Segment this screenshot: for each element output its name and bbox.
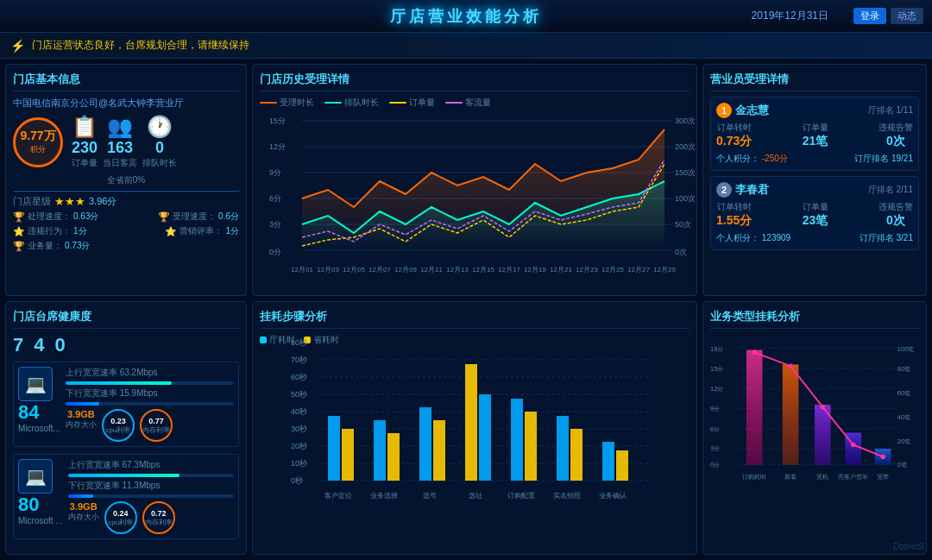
kpi-row-1: 🏆 处理速度： 0.63分 🏆 受理速度： 0.6分 — [13, 211, 239, 223]
staff-2-metric2: 订单量 23笔 — [803, 201, 828, 229]
metric-queue: 🕐 0 排队时长 — [142, 115, 177, 169]
svg-text:15分: 15分 — [710, 365, 723, 373]
device-2-up-label: 上行宽宽速率 67.3Mbps — [68, 459, 161, 471]
device-2-down-bar — [68, 494, 93, 498]
device-1-down-bar-wrap — [66, 402, 234, 406]
svg-point-100 — [880, 455, 885, 460]
kpi1-label: 处理速度： — [28, 211, 71, 223]
staff-2-m2-label: 订单量 — [803, 201, 828, 213]
svg-text:20秒: 20秒 — [291, 442, 307, 450]
staff-1-order-rank: 订厅排名 19/21 — [854, 153, 913, 165]
svg-text:60笔: 60笔 — [897, 389, 910, 397]
staff-2-metric1: 订单转时 1.55分 — [716, 201, 752, 229]
device-2-up-row: 上行宽宽速率 67.3Mbps — [68, 459, 234, 471]
line-chart-title: 门店历史受理详情 — [260, 72, 690, 91]
kpi3-label: 违规行为： — [28, 225, 71, 237]
line-chart-panel: 门店历史受理详情 受理时长 排队时长 订单量 客流量 — [252, 64, 697, 296]
staff-1-header: 1 金志慧 厅排名 1/11 — [716, 103, 913, 118]
metric-queue-value: 0 — [142, 139, 177, 157]
svg-text:实名拍照: 实名拍照 — [553, 492, 581, 500]
device-2-cpu-lbl: cpu利率 — [108, 518, 133, 527]
svg-text:选号: 选号 — [423, 492, 437, 500]
device-2-mem-label: 内存大小 — [68, 512, 99, 523]
svg-text:18分: 18分 — [710, 345, 723, 353]
svg-text:0笔: 0笔 — [897, 462, 907, 469]
staff-card-1: 1 金志慧 厅排名 1/11 订单转时 0.73分 订单量 21笔 违规告警 0… — [710, 97, 919, 171]
legend-4: 客流量 — [445, 97, 491, 109]
watermark: Dotnet9 — [893, 542, 923, 551]
svg-text:9分: 9分 — [710, 405, 720, 412]
svg-text:12月01: 12月01 — [291, 266, 313, 274]
kpi4-label: 营销评率： — [179, 225, 223, 237]
staff-title: 营业员受理详情 — [710, 72, 919, 91]
device-1-mempct-lbl: 内存利率 — [142, 425, 170, 435]
bar-legend-2-label: 省耗时 — [313, 334, 339, 346]
staff-1-m1-label: 订单转时 — [716, 122, 752, 134]
kpi-sales: ⭐ 营销评率： 1分 — [165, 225, 239, 237]
svg-text:12月09: 12月09 — [394, 266, 417, 274]
device-1-score: 84 — [18, 401, 60, 424]
svg-text:12月15: 12月15 — [472, 266, 494, 274]
svg-text:12月23: 12月23 — [576, 266, 598, 274]
device-2-mempct-circle: 0.72 内存利率 — [142, 501, 175, 534]
svg-text:0次: 0次 — [675, 248, 687, 256]
staff-2-order-rank: 订厅排名 3/21 — [860, 232, 913, 244]
svg-text:订购耗时: 订购耗时 — [742, 474, 766, 480]
staff-panel: 营业员受理详情 1 金志慧 厅排名 1/11 订单转时 0.73分 订单量 21… — [702, 64, 927, 296]
svg-text:12月21: 12月21 — [550, 266, 572, 274]
device-2-up-bar — [68, 474, 179, 477]
visitors-icon: 👥 — [103, 115, 137, 139]
metric-orders-value: 230 — [72, 139, 98, 157]
header-date: 2019年12月31日 — [752, 9, 828, 23]
device-2-mempct-lbl: 内存利率 — [145, 518, 173, 527]
score-sub: 全省前0% — [13, 174, 239, 186]
svg-text:订购配置: 订购配置 — [507, 492, 535, 500]
svg-text:100次: 100次 — [675, 194, 696, 203]
svg-rect-52 — [374, 420, 386, 481]
alert-icon: ⚡ — [10, 39, 25, 53]
alert-text: 门店运营状态良好，台席规划合理，请继续保持 — [32, 38, 249, 53]
score-circle: 9.77万 积分 — [13, 117, 63, 167]
orders-icon: 📋 — [72, 115, 98, 139]
svg-text:12分: 12分 — [710, 385, 723, 393]
device-2-right: 上行宽宽速率 67.3Mbps 下行宽宽速率 11.3Mbps 3.9GB 内存… — [68, 459, 234, 534]
device-2-name: Microsoft ... — [18, 516, 63, 525]
header: 厅店营业效能分析 2019年12月31日 登录 动态 — [0, 0, 932, 33]
staff-1-m2-value: 21笔 — [803, 134, 828, 149]
device-2-metrics-row: 3.9GB 内存大小 0.24 cpu利率 0.72 内存利率 — [68, 501, 234, 534]
svg-text:6分: 6分 — [710, 425, 720, 433]
svg-text:宽机: 宽机 — [816, 474, 828, 481]
svg-text:40笔: 40笔 — [897, 413, 910, 421]
store-info-panel: 门店基本信息 中国电信南京分公司@名武大钟李营业厅 9.77万 积分 📋 230… — [5, 64, 247, 296]
metric-queue-label: 排队时长 — [142, 157, 177, 169]
device-1-up-label: 上行宽宽速率 63.2Mbps — [66, 367, 158, 379]
staff-card-2: 2 李春君 厅排名 2/11 订单转时 1.55分 订单量 23笔 违规告警 0… — [710, 176, 919, 250]
action-button[interactable]: 动态 — [891, 8, 923, 24]
svg-rect-51 — [342, 429, 354, 481]
kpi4-icon: ⭐ — [165, 226, 177, 237]
device-1-up-bar — [66, 381, 172, 385]
login-button[interactable]: 登录 — [853, 8, 886, 24]
page-title: 厅店营业效能分析 — [390, 6, 542, 27]
kpi1-icon: 🏆 — [13, 211, 25, 223]
kpi2-icon: 🏆 — [158, 211, 170, 223]
staff-2-metric3: 违规告警 0次 — [878, 201, 913, 229]
svg-text:宽带: 宽带 — [877, 474, 889, 481]
svg-rect-57 — [479, 394, 491, 481]
main-grid: 门店基本信息 中国电信南京分公司@名武大钟李营业厅 9.77万 积分 📋 230… — [0, 59, 932, 560]
staff-2-m2-value: 23笔 — [803, 213, 828, 229]
biz-chart-svg: 0分 3分 6分 9分 12分 15分 18分 0笔 20笔 40笔 60笔 8… — [710, 334, 919, 519]
line-chart-legend: 受理时长 排队时长 订单量 客流量 — [260, 97, 690, 109]
header-buttons: 登录 动态 — [853, 8, 923, 24]
bar-chart-title: 挂耗步骤分析 — [260, 309, 690, 329]
device-1-up-row: 上行宽宽速率 63.2Mbps — [66, 367, 234, 379]
svg-text:12月07: 12月07 — [368, 266, 391, 274]
staff-1-metric1: 订单转时 0.73分 — [716, 122, 752, 149]
svg-rect-63 — [616, 450, 628, 481]
level-label: 门店星级 — [13, 195, 51, 208]
svg-point-97 — [788, 363, 793, 368]
svg-rect-60 — [557, 416, 569, 481]
device-2-icon: 💻 — [18, 459, 53, 494]
svg-text:12月17: 12月17 — [498, 266, 520, 274]
svg-rect-92 — [783, 364, 799, 464]
